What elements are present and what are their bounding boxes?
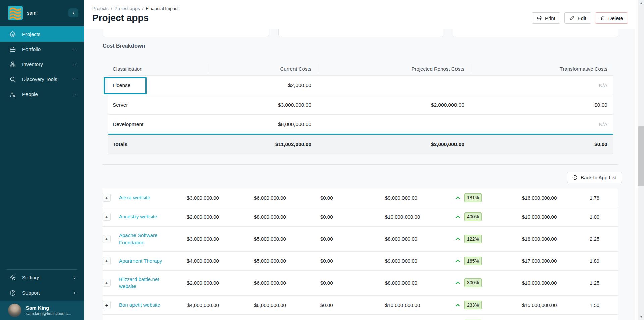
app-name-link[interactable]: Blizzard battle.net website [119,276,177,291]
delete-button-label: Delete [608,15,623,21]
increase-caret-icon [454,195,461,201]
chevron-down-icon [72,92,77,97]
cell-transformative-cost: $0.00 [320,236,385,242]
edit-button[interactable]: Edit [564,12,591,24]
edit-button-label: Edit [578,15,586,21]
breadcrumb-separator: / [111,6,112,11]
cell-total-cost: $16,000,000.00 [522,195,590,201]
avatar [8,304,21,317]
app-row-blizzard-battle-net-website: +Blizzard battle.net website$2,000,000.0… [103,270,618,296]
cell-percent-change: 181% [454,193,522,202]
cost-breakdown-table: ClassificationCurrent CostsProjected Reh… [108,62,613,154]
cell-ratio: 1.78 [590,195,618,201]
scroll-up-arrow-icon[interactable] [638,1,644,6]
column-header-transformative-costs: Transformative Costs [470,64,613,73]
cell-transformative-cost: $0.00 [320,280,385,286]
cost-current: $8,000,000.00 [207,121,317,127]
circle-x-icon [572,175,578,180]
cost-current: $3,000,000.00 [207,102,317,108]
app-row-apache-software-foundation: +Apache Software Foundation$3,000,000.00… [103,226,618,251]
summary-card-3 [453,29,618,37]
expand-row-button[interactable]: + [103,213,111,221]
increase-caret-icon [454,302,461,308]
cell-current-cost: $2,000,000.00 [187,280,254,286]
user-profile[interactable]: Sam King sam.king@tidalcloud.c... [0,301,84,320]
print-button-label: Print [545,15,555,21]
sidebar-collapse-button[interactable] [68,8,78,17]
cost-row-server: Server$3,000,000.00$2,000,000.00$0.00 [108,95,613,114]
cell-projected-cost: $10,000,000.00 [385,214,454,220]
scroll-down-arrow-icon[interactable] [638,314,644,319]
app-name-cell: Ancestry website [114,213,187,220]
cell-ratio: 2.25 [590,236,618,242]
layers-icon [9,31,16,38]
cell-current-cost: $3,000,000.00 [187,236,254,242]
section-divider [103,164,618,165]
user-email: sam.king@tidalcloud.c... [26,311,71,316]
expand-row-button[interactable]: + [103,194,111,202]
vertical-scrollbar[interactable] [638,0,644,320]
totals-rehost: $2,000,000.00 [317,141,470,147]
app-name-link[interactable]: Bon apetit website [119,301,160,309]
search-icon [9,76,16,83]
help-icon [9,290,16,296]
cell-rehost-cost: $6,000,000.00 [254,302,320,308]
totals-transformative: $0.00 [470,141,613,147]
column-header-classification: Classification [108,64,207,73]
column-header-projected-rehost-costs: Projected Rehost Costs [317,64,470,73]
percent-change-badge: 300% [464,278,482,287]
sidebar-item-support[interactable]: Support [0,285,84,300]
expand-row-button[interactable]: + [103,279,111,287]
cell-ratio: 1.50 [590,302,618,308]
header-actions: PrintEditDelete [532,12,628,24]
totals-label: Totals [108,141,207,147]
percent-change-badge: 400% [464,212,482,221]
cell-transformative-cost: $0.00 [320,302,385,308]
cell-transformative-cost: $0.00 [320,214,385,220]
cell-rehost-cost: $6,000,000.00 [254,195,320,201]
gear-icon [9,274,16,281]
cell-ratio: 1.00 [590,214,618,220]
main-area: Projects/Project apps/Financial Impact P… [84,0,635,320]
cell-total-cost: $10,000,000.00 [522,214,590,220]
person-gear-icon [9,91,16,98]
page-title: Project apps [92,13,149,23]
app-name-link[interactable]: Apartment Therapy [119,257,162,265]
chevron-down-icon [72,62,77,66]
cell-percent-change: 400% [454,212,522,221]
expand-row-button[interactable]: + [103,257,111,265]
tidal-logo-icon [8,6,23,20]
delete-button[interactable]: Delete [595,12,628,24]
expand-cell: + [103,213,114,221]
expand-row-button[interactable]: + [103,301,111,309]
breadcrumb-item-projects[interactable]: Projects [92,6,109,11]
app-name-link[interactable]: Ancestry website [119,213,157,220]
sidebar-item-settings[interactable]: Settings [0,270,84,285]
expand-cell: + [103,301,114,309]
cell-percent-change: 165% [454,257,522,265]
cost-classification: Server [108,102,207,108]
sidebar-item-projects[interactable]: Projects [0,26,84,42]
app-name-cell: Apartment Therapy [114,257,187,265]
print-button[interactable]: Print [532,12,560,24]
breadcrumb-item-financial-impact: Financial Impact [146,6,178,11]
app-name-link[interactable]: Alexa website [119,194,150,201]
breadcrumb-item-project-apps[interactable]: Project apps [115,6,140,11]
cost-row-development: Development$8,000,000.00N/A [108,114,613,134]
cell-total-cost: $17,000,000.00 [522,258,590,264]
trash-icon [600,15,605,21]
back-to-app-list-button[interactable]: Back to App List [567,172,622,183]
chevron-down-icon [72,77,77,81]
app-name-link[interactable]: Apache Software Foundation [119,232,177,246]
sidebar-item-inventory[interactable]: Inventory [0,57,84,72]
app-row-bon-apetit-website: +Bon apetit website$4,000,000.00$6,000,0… [103,295,618,314]
app-name-cell: Blizzard battle.net website [114,276,187,291]
expand-row-button[interactable]: + [103,235,111,243]
sidebar-item-people[interactable]: People [0,87,84,102]
sidebar-item-portfolio[interactable]: Portfolio [0,42,84,57]
cost-classification: License [108,82,207,88]
cell-projected-cost: $9,000,000.00 [385,258,454,264]
sidebar-item-discovery-tools[interactable]: Discovery Tools [0,72,84,87]
cell-total-cost: $18,000,000.00 [522,236,590,242]
scrollbar-thumb[interactable] [638,126,644,186]
